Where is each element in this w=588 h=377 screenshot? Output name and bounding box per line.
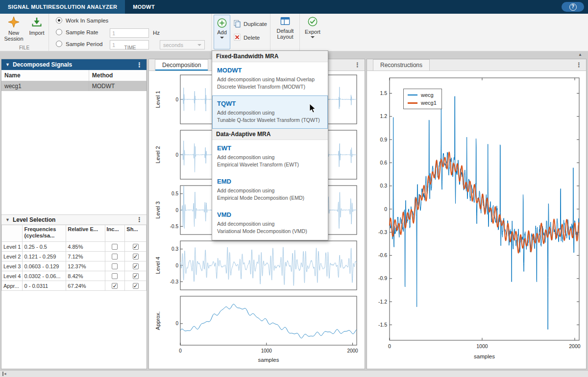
svg-text:-0.3: -0.3 [170,279,179,284]
show-checkbox[interactable] [133,263,139,269]
menu-item-desc: Add decomposition using Empirical Wavele… [217,154,323,168]
menu-item-emd[interactable]: EMD Add decomposition using Empirical Mo… [212,173,328,207]
add-button[interactable]: Add [214,15,230,49]
tab-signal-multiresolution-analyzer[interactable]: SIGNAL MULTIRESOLUTION ANALYZER [0,0,125,14]
svg-text:1.5: 1.5 [380,90,387,96]
svg-text:-0.9: -0.9 [378,275,387,281]
show-checkbox[interactable] [133,273,139,279]
svg-text:0: 0 [175,263,178,268]
work-in-samples-radio[interactable] [56,17,62,24]
include-checkbox[interactable] [112,283,118,289]
export-button[interactable]: Export [303,16,322,38]
svg-text:1000: 1000 [261,348,272,353]
menu-item-title: EMD [217,178,323,185]
tab-reconstructions[interactable]: Reconstructions [373,59,430,71]
delete-label: Delete [244,35,260,41]
add-dropdown-menu: Fixed-Bandwidth MRA MODWT Add decomposit… [212,50,328,240]
default-layout-label: Default Layout [272,28,298,40]
import-button[interactable]: Import [26,16,47,36]
collapse-panel-left-icon[interactable]: ◂ [2,372,6,376]
decomposition-menu-icon[interactable]: ⋮ [354,61,361,71]
level-row-1[interactable]: Level 1 0.25 - 0.5 4.85% [2,242,147,252]
legend-label-wecg: wecg [421,92,434,98]
svg-text:1.2: 1.2 [380,113,387,119]
export-icon [307,16,318,28]
signal-row-wecg1[interactable]: wecg1 MODWT [1,81,147,92]
menu-item-title: EWT [217,144,323,152]
ls-col-corner [2,225,23,242]
menu-item-modwt[interactable]: MODWT Add decomposition using Maximal Ov… [212,62,328,95]
new-session-button[interactable]: New Session [2,16,25,42]
level-row-2[interactable]: Level 2 0.121 - 0.259 7.12% [2,252,147,261]
time-section: Work In Samples Sample Rate Hz Sample Pe… [49,14,212,51]
ds-col-name: Name [1,70,89,81]
new-session-icon [8,16,20,29]
level-frequencies: 0.25 - 0.5 [23,242,66,252]
svg-text:0.3: 0.3 [172,246,178,252]
reconstructions-menu-icon[interactable]: ⋮ [576,61,582,71]
status-bar: ◂ [0,370,588,377]
menu-item-title: MODWT [217,67,323,74]
reconstructions-plot: 1.51.20.90.60.30-0.3-0.6-0.9-1.2-1.50100… [367,71,586,369]
decomposed-signals-menu-icon[interactable]: ⋮ [136,61,143,69]
legend: wecg wecg1 [403,89,442,109]
ls-col-include: Inc... [105,225,125,242]
include-checkbox[interactable] [112,263,118,269]
svg-text:2000: 2000 [569,343,581,349]
level-row-3[interactable]: Level 3 0.0603 - 0.129 12.37% [2,261,147,271]
file-section-label: FILE [0,45,49,50]
menu-item-desc: Add decomposition using Tunable Q-factor… [217,109,323,124]
svg-text:-0.6: -0.6 [378,252,387,258]
include-checkbox[interactable] [112,254,118,259]
menu-item-title: TQWT [217,100,323,107]
svg-text:Level 4: Level 4 [155,257,161,274]
svg-text:-1.2: -1.2 [378,299,387,305]
layout-section: Default Layout [270,14,300,51]
delete-icon [233,33,241,42]
duplicate-button[interactable]: Duplicate [233,19,267,29]
show-checkbox[interactable] [133,283,139,289]
sample-rate-radio[interactable] [56,29,62,35]
add-icon [217,18,227,29]
menu-item-vmd[interactable]: VMD Add decomposition using Variational … [212,207,328,240]
collapse-section-icon[interactable]: ▼ [5,217,10,222]
svg-text:samples: samples [474,353,495,359]
svg-text:0.9: 0.9 [380,137,387,142]
level-label: Level 3 [2,261,23,271]
include-checkbox[interactable] [112,244,118,250]
level-selection-menu-icon[interactable]: ⋮ [136,216,143,223]
level-energy: 67.24% [66,281,105,291]
work-in-samples-label: Work In Samples [66,18,108,24]
level-label: Level 1 [2,242,23,252]
default-layout-button[interactable]: Default Layout [272,16,298,40]
show-checkbox[interactable] [133,244,139,250]
level-energy: 12.37% [66,261,105,271]
tab-modwt[interactable]: MODWT [125,0,163,14]
level-row-4[interactable]: Level 4 0.0302 - 0.06... 8.42% [2,271,147,281]
svg-text:2000: 2000 [347,348,358,353]
legend-entry-wecg1: wecg1 [408,99,437,107]
help-icon: ? [569,3,577,11]
collapse-section-icon[interactable]: ▼ [5,62,10,67]
level-frequencies: 0.0603 - 0.129 [23,261,66,271]
svg-text:0: 0 [175,97,178,102]
ls-col-energy: Relative E... [66,225,105,242]
delete-button[interactable]: Delete [233,33,260,43]
collapse-toolstrip-button[interactable]: ▲ [578,52,582,57]
svg-text:0: 0 [175,208,178,213]
sample-rate-input[interactable] [110,28,149,38]
level-row-approx[interactable]: Appr... 0 - 0.0311 67.24% [2,281,147,291]
show-checkbox[interactable] [133,254,139,259]
svg-text:-0.3: -0.3 [378,229,387,235]
decomposed-signals-panel: ▼ Decomposed Signals ⋮ Name Method wecg1… [1,59,147,369]
decomposed-signals-title: Decomposed Signals [13,61,72,68]
svg-text:0: 0 [175,321,178,326]
include-checkbox[interactable] [112,273,118,279]
menu-item-desc: Add decomposition using Empirical Mode D… [217,187,323,202]
menu-item-ewt[interactable]: EWT Add decomposition using Empirical Wa… [212,140,328,173]
legend-label-wecg1: wecg1 [421,100,437,106]
help-button[interactable]: ? [562,2,584,12]
svg-text:0: 0 [179,348,182,353]
tab-decomposition[interactable]: Decomposition [155,59,208,71]
ds-col-method: Method [89,70,146,81]
